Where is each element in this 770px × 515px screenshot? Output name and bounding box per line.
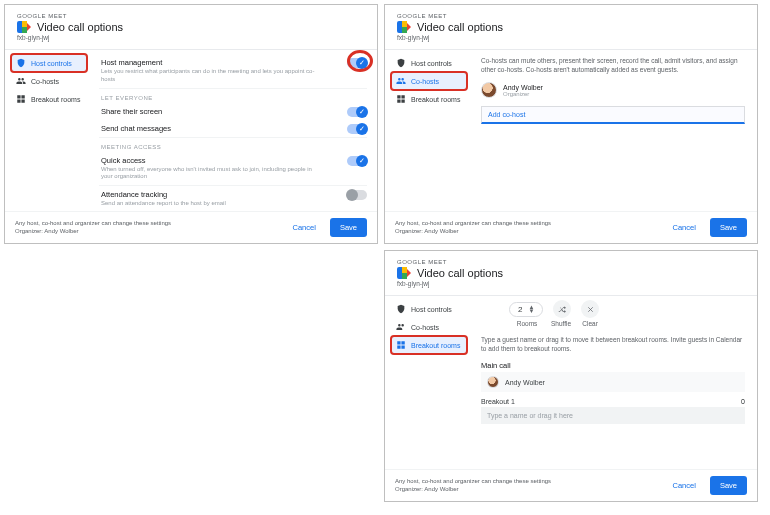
shield-lock-icon: [396, 304, 406, 314]
shuffle-button[interactable]: [553, 300, 571, 318]
meet-icon: [397, 21, 411, 33]
setting-description: When turned off, everyone who isn't invi…: [101, 166, 365, 182]
shield-lock-icon: [16, 58, 26, 68]
label-shuffle: Shuffle: [551, 320, 571, 327]
footer-note: Any host, co-host and organizer can chan…: [15, 220, 279, 236]
clear-button[interactable]: [581, 300, 599, 318]
sidebar-item-host-controls[interactable]: Host controls: [391, 300, 467, 318]
cancel-button[interactable]: Cancel: [283, 218, 326, 237]
setting-attendance: Attendance tracking Send an attendance r…: [99, 186, 367, 212]
setting-description: Send an attendance report to the host by…: [101, 200, 365, 208]
people-icon: [396, 76, 406, 86]
avatar: [487, 376, 499, 388]
breakout-room-name: Breakout 1: [481, 398, 515, 405]
section-let-everyone: LET EVERYONE: [101, 95, 367, 101]
sidebar-item-label: Co-hosts: [31, 78, 59, 85]
room-count-value: 2: [518, 305, 522, 314]
meet-icon: [397, 267, 411, 279]
toggle-chat[interactable]: [347, 124, 367, 134]
sidebar-item-label: Co-hosts: [411, 324, 439, 331]
sidebar-item-label: Host controls: [411, 306, 452, 313]
sidebar-item-label: Breakout rooms: [411, 342, 460, 349]
page-title: Video call options: [37, 21, 123, 33]
avatar: [481, 82, 497, 98]
person-name: Andy Wolber: [505, 379, 545, 386]
footer-note: Any host, co-host and organizer can chan…: [395, 478, 659, 494]
setting-label: Attendance tracking: [101, 190, 365, 199]
section-meeting-access: MEETING ACCESS: [101, 144, 367, 150]
main-call-row[interactable]: Andy Wolber: [481, 372, 745, 392]
close-icon: [586, 305, 595, 314]
sidebar-item-label: Host controls: [411, 60, 452, 67]
setting-label: Host management: [101, 58, 365, 67]
setting-share-screen: Share their screen: [99, 103, 367, 120]
page-title: Video call options: [417, 267, 503, 279]
person-name: Andy Wolber: [503, 84, 543, 91]
sidebar-item-cohosts[interactable]: Co-hosts: [391, 72, 467, 90]
people-icon: [396, 322, 406, 332]
app-label: GOOGLE MEET: [397, 13, 745, 19]
page-title: Video call options: [417, 21, 503, 33]
meeting-code: fxb-giyn-jwj: [397, 34, 745, 41]
sidebar-item-host-controls[interactable]: Host controls: [11, 54, 87, 72]
app-label: GOOGLE MEET: [17, 13, 365, 19]
save-button[interactable]: Save: [710, 218, 747, 237]
toggle-attendance[interactable]: [347, 190, 367, 200]
setting-label: Send chat messages: [101, 124, 365, 133]
breakout-room-count: 0: [741, 398, 745, 405]
annotation-circle: [347, 50, 373, 72]
footer-note: Any host, co-host and organizer can chan…: [395, 220, 659, 236]
breakout-intro: Type a guest name or drag it to move it …: [479, 333, 747, 359]
shuffle-icon: [558, 305, 567, 314]
setting-quick-access: Quick access When turned off, everyone w…: [99, 152, 367, 187]
toggle-quick-access[interactable]: [347, 156, 367, 166]
app-label: GOOGLE MEET: [397, 259, 745, 265]
breakout-add-input[interactable]: Type a name or drag it here: [481, 407, 745, 424]
toggle-share-screen[interactable]: [347, 107, 367, 117]
grid-icon: [16, 94, 26, 104]
sidebar-item-label: Breakout rooms: [31, 96, 80, 103]
label-clear: Clear: [581, 320, 599, 327]
stepper-arrows-icon[interactable]: ▲▼: [528, 305, 534, 313]
sidebar-item-host-controls[interactable]: Host controls: [391, 54, 467, 72]
main-call-heading: Main call: [481, 361, 745, 370]
sidebar-item-label: Breakout rooms: [411, 96, 460, 103]
cancel-button[interactable]: Cancel: [663, 218, 706, 237]
save-button[interactable]: Save: [710, 476, 747, 495]
sidebar-item-label: Co-hosts: [411, 78, 439, 85]
setting-label: Share their screen: [101, 107, 365, 116]
meet-icon: [17, 21, 31, 33]
meeting-code: fxb-giyn-jwj: [397, 280, 745, 287]
grid-icon: [396, 340, 406, 350]
setting-chat: Send chat messages: [99, 120, 367, 138]
sidebar-item-breakout[interactable]: Breakout rooms: [391, 90, 467, 108]
sidebar-item-breakout[interactable]: Breakout rooms: [391, 336, 467, 354]
save-button[interactable]: Save: [330, 218, 367, 237]
meeting-code: fxb-giyn-jwj: [17, 34, 365, 41]
cancel-button[interactable]: Cancel: [663, 476, 706, 495]
people-icon: [16, 76, 26, 86]
shield-lock-icon: [396, 58, 406, 68]
setting-host-management: Host management Lets you restrict what p…: [99, 54, 367, 89]
setting-label: Quick access: [101, 156, 365, 165]
sidebar-item-cohosts[interactable]: Co-hosts: [11, 72, 87, 90]
add-cohost-input[interactable]: Add co-host: [481, 106, 745, 124]
grid-icon: [396, 94, 406, 104]
label-rooms: Rooms: [513, 320, 541, 327]
sidebar-item-breakout[interactable]: Breakout rooms: [11, 90, 87, 108]
sidebar-item-label: Host controls: [31, 60, 72, 67]
cohost-intro: Co-hosts can mute others, present their …: [479, 54, 747, 80]
person-role: Organizer: [503, 91, 543, 97]
room-count-stepper[interactable]: 2 ▲▼: [509, 302, 543, 317]
organizer-row: Andy Wolber Organizer: [479, 80, 747, 100]
setting-description: Lets you restrict what participants can …: [101, 68, 365, 84]
sidebar-item-cohosts[interactable]: Co-hosts: [391, 318, 467, 336]
